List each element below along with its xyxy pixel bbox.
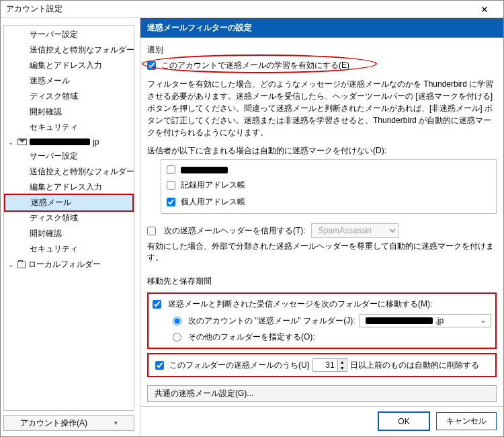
move-junk-folder-label[interactable]: 次のアカウントの "迷惑メール" フォルダー(J): xyxy=(188,315,355,327)
trust-header-select[interactable]: SpamAssassin xyxy=(311,223,398,238)
tree-item[interactable]: 送信控えと特別なフォルダー xyxy=(4,42,134,58)
tree-item[interactable]: セキュリティ xyxy=(4,120,134,135)
ab-checkbox[interactable] xyxy=(167,165,175,174)
trust-header-label[interactable]: 次の迷惑メールヘッダーを信用する(T): xyxy=(164,225,306,237)
window-title: アカウント設定 xyxy=(6,3,471,15)
ab-item[interactable]: 個人用アドレス帳 xyxy=(165,194,492,210)
cancel-button[interactable]: キャンセル xyxy=(436,412,497,430)
whitelist-label: 送信者が以下に含まれる場合は自動的に迷惑マークを付けない(D): xyxy=(147,145,497,157)
account-tree[interactable]: サーバー設定 送信控えと特別なフォルダー 編集とアドレス入力 迷惑メール ディス… xyxy=(3,25,134,411)
account-operations-button[interactable]: アカウント操作(A) ▾ xyxy=(3,415,134,431)
move-junk-folder-radio[interactable] xyxy=(173,317,181,325)
trust-header-row: 次の迷惑メールヘッダーを信用する(T): SpamAssassin xyxy=(147,223,497,238)
trust-header-checkbox[interactable] xyxy=(147,227,156,235)
trust-header-desc: 有効にした場合、外部で分類された迷惑メールヘッダーを尊重して自動的に迷惑マークを… xyxy=(147,241,497,264)
ab-checkbox[interactable] xyxy=(167,198,175,206)
retain-label-post: 日以上前のものは自動的に削除する xyxy=(350,360,479,371)
move-other-folder-label[interactable]: その他のフォルダーを指定する(O): xyxy=(188,331,315,343)
tree-item[interactable]: 迷惑メール xyxy=(4,73,134,89)
move-junk-folder-combo[interactable]: .jp xyxy=(360,314,491,327)
close-icon[interactable]: ✕ xyxy=(471,1,498,18)
tree-item[interactable]: サーバー設定 xyxy=(4,27,134,42)
retain-label-pre[interactable]: このフォルダーの迷惑メールのうち(U) xyxy=(169,360,310,371)
tree-item[interactable]: 編集とアドレス入力 xyxy=(4,58,134,73)
global-junk-settings-button[interactable]: 共通の迷惑メール設定(G)... xyxy=(147,385,497,402)
tree-item-junk[interactable]: 迷惑メール xyxy=(4,194,134,212)
spinner-down-icon[interactable]: ▼ xyxy=(338,365,347,371)
ab-item[interactable] xyxy=(165,163,492,177)
account-settings-window: アカウント設定 ✕ サーバー設定 送信控えと特別なフォルダー 編集とアドレス入力… xyxy=(0,0,504,437)
tree-item[interactable]: 開封確認 xyxy=(4,104,134,120)
tree-item[interactable]: 送信控えと特別なフォルダー xyxy=(4,164,134,180)
ok-button[interactable]: OK xyxy=(378,412,429,430)
enable-learning-label[interactable]: このアカウントで迷惑メールの学習を有効にする(E) xyxy=(161,60,349,71)
redacted-text xyxy=(181,167,228,173)
folder-icon xyxy=(17,262,26,268)
retain-days-spinner[interactable]: ▲ ▼ xyxy=(312,358,347,372)
section-move: 移動先と保存期間 xyxy=(147,276,497,287)
move-other-folder-radio[interactable] xyxy=(173,333,181,342)
dialog-footer: OK キャンセル xyxy=(140,406,503,433)
retain-settings-box: このフォルダーの迷惑メールのうち(U) ▲ ▼ 日以上前のものは自動的に削除する xyxy=(147,353,497,377)
sidebar: サーバー設定 送信控えと特別なフォルダー 編集とアドレス入力 迷惑メール ディス… xyxy=(1,18,140,436)
chevron-down-icon: ▾ xyxy=(114,420,118,426)
tree-local-folders[interactable]: ⌄ ローカルフォルダー xyxy=(4,257,134,272)
main-panel: 迷惑メールフィルターの設定 選別 このアカウントで迷惑メールの学習を有効にする(… xyxy=(140,18,503,436)
redacted-text xyxy=(30,138,90,145)
tree-item[interactable]: セキュリティ xyxy=(4,241,134,257)
caret-down-icon: ⌄ xyxy=(8,261,15,268)
retain-days-input[interactable] xyxy=(313,359,337,371)
tree-item[interactable]: 開封確認 xyxy=(4,226,134,241)
move-enable-checkbox[interactable] xyxy=(153,300,161,309)
move-enable-label[interactable]: 迷惑メールと判断された受信メッセージを次のフォルダーに移動する(M): xyxy=(168,299,432,310)
addressbook-list: 記録用アドレス帳 個人用アドレス帳 xyxy=(161,159,497,214)
mail-icon xyxy=(17,138,27,145)
move-settings-box: 迷惑メールと判断された受信メッセージを次のフォルダーに移動する(M): 次のアカ… xyxy=(147,292,497,349)
redacted-text xyxy=(366,317,433,324)
spinner-up-icon[interactable]: ▲ xyxy=(338,359,347,365)
tree-item[interactable]: サーバー設定 xyxy=(4,149,134,164)
titlebar: アカウント設定 ✕ xyxy=(1,1,503,18)
panel-title: 迷惑メールフィルターの設定 xyxy=(140,18,503,38)
ab-checkbox[interactable] xyxy=(167,181,175,190)
tree-item[interactable]: ディスク領域 xyxy=(4,210,134,226)
ab-item[interactable]: 記録用アドレス帳 xyxy=(165,177,492,194)
enable-learning-checkbox[interactable] xyxy=(147,61,156,70)
tree-item[interactable]: ディスク領域 xyxy=(4,89,134,104)
caret-down-icon: ⌄ xyxy=(8,138,15,146)
retain-checkbox[interactable] xyxy=(155,361,164,370)
learning-description: フィルターを有効にした場合、どのようなメッセージが迷惑メールなのかを Thund… xyxy=(147,78,497,138)
tree-item[interactable]: 編集とアドレス入力 xyxy=(4,180,134,195)
tree-account[interactable]: ⌄ jp xyxy=(4,135,134,149)
section-selection: 選別 xyxy=(147,44,497,56)
account-suffix: jp xyxy=(93,137,99,147)
enable-learning-row: このアカウントで迷惑メールの学習を有効にする(E) xyxy=(147,58,497,73)
